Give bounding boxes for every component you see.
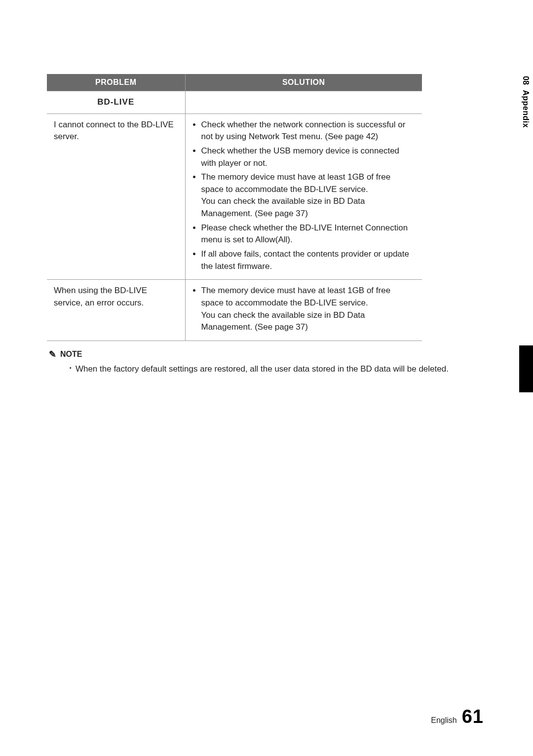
note-text: When the factory default settings are re… bbox=[76, 363, 449, 376]
section-number: 08 bbox=[522, 76, 530, 85]
table-empty-cell bbox=[185, 91, 422, 114]
section-label: Appendix bbox=[522, 90, 530, 128]
note-block: ✎ NOTE ▪ When the factory default settin… bbox=[47, 349, 484, 376]
solution-item: The memory device must have at least 1GB… bbox=[201, 285, 416, 334]
solution-item: Check whether the USB memory device is c… bbox=[201, 145, 416, 169]
note-icon: ✎ bbox=[49, 349, 56, 360]
note-label: NOTE bbox=[60, 350, 82, 359]
table-row: When using the BD-LIVE service, an error… bbox=[47, 280, 422, 341]
col-header-problem: PROBLEM bbox=[47, 74, 185, 91]
solution-item: If all above fails, contact the contents… bbox=[201, 248, 416, 272]
table-row: I cannot connect to the BD-LIVE server. … bbox=[47, 113, 422, 280]
col-header-solution: SOLUTION bbox=[185, 74, 422, 91]
footer-page-number: 61 bbox=[462, 706, 484, 727]
problem-cell: I cannot connect to the BD-LIVE server. bbox=[47, 113, 185, 280]
note-bullet-icon: ▪ bbox=[70, 363, 72, 376]
side-tab: 08 Appendix bbox=[518, 74, 533, 130]
page-footer: English 61 bbox=[431, 706, 484, 727]
solution-cell: The memory device must have at least 1GB… bbox=[185, 280, 422, 341]
side-thumb-marker bbox=[519, 345, 533, 392]
footer-language: English bbox=[431, 716, 457, 725]
solution-item: Check whether the network connection is … bbox=[201, 119, 416, 143]
solution-item: The memory device must have at least 1GB… bbox=[201, 171, 416, 220]
troubleshooting-table: PROBLEM SOLUTION BD-LIVE I cannot connec… bbox=[47, 74, 422, 341]
problem-cell: When using the BD-LIVE service, an error… bbox=[47, 280, 185, 341]
table-subhead: BD-LIVE bbox=[47, 91, 185, 114]
solution-cell: Check whether the network connection is … bbox=[185, 113, 422, 280]
solution-item: Please check whether the BD-LIVE Interne… bbox=[201, 222, 416, 246]
